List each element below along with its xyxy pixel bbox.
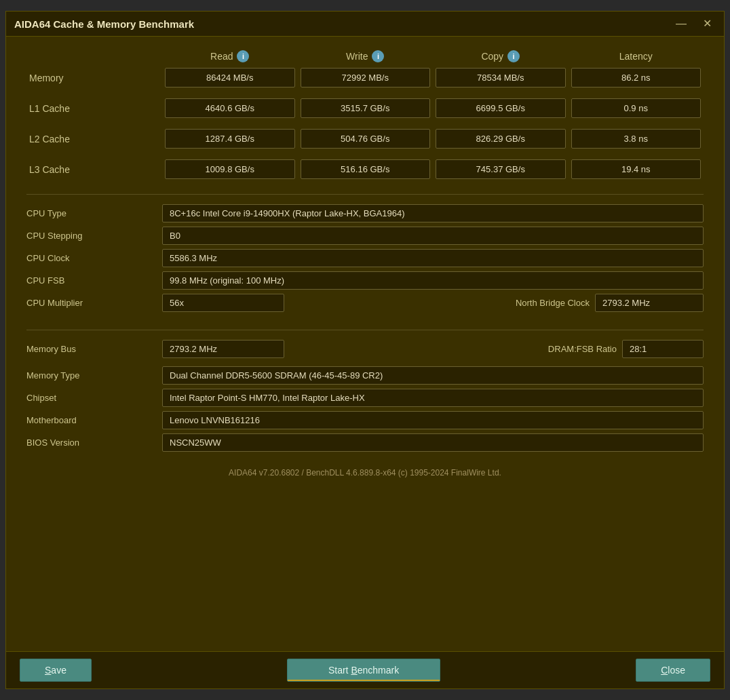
write-info-icon[interactable]: i xyxy=(372,50,384,62)
l3cache-label: L3 Cache xyxy=(26,164,162,175)
cpu-fsb-label: CPU FSB xyxy=(26,275,162,286)
cpu-multiplier-label: CPU Multiplier xyxy=(26,298,162,308)
memory-bus-value: 2793.2 MHz xyxy=(162,340,284,358)
memory-type-row: Memory Type Dual Channel DDR5-5600 SDRAM… xyxy=(26,366,704,385)
cpu-stepping-row: CPU Stepping B0 xyxy=(26,227,704,245)
cpu-info-section: CPU Type 8C+16c Intel Core i9-14900HX (R… xyxy=(26,204,704,316)
table-header: Read i Write i Copy i Latency xyxy=(26,50,704,62)
l2cache-write: 504.76 GB/s xyxy=(301,129,431,149)
memory-label: Memory xyxy=(26,73,162,83)
cpu-multiplier-value: 56x xyxy=(162,294,284,312)
memory-type-label: Memory Type xyxy=(26,370,162,381)
l2cache-latency: 3.8 ns xyxy=(571,129,702,149)
l3cache-latency: 19.4 ns xyxy=(571,159,702,179)
write-header: Write i xyxy=(298,50,434,62)
minimize-button[interactable]: — xyxy=(672,17,691,31)
dram-fsb-value: 28:1 xyxy=(622,340,704,358)
l1cache-latency: 0.9 ns xyxy=(571,98,702,118)
cpu-type-value: 8C+16c Intel Core i9-14900HX (Raptor Lak… xyxy=(162,204,704,222)
title-bar-controls: — ✕ xyxy=(672,17,716,31)
cpu-clock-label: CPU Clock xyxy=(26,253,162,263)
l1cache-read: 4640.6 GB/s xyxy=(165,98,295,118)
memory-latency: 86.2 ns xyxy=(571,68,702,88)
memory-bus-label: Memory Bus xyxy=(26,344,162,354)
footer-text: AIDA64 v7.20.6802 / BenchDLL 4.6.889.8-x… xyxy=(26,468,704,478)
start-label: Start Benchmark xyxy=(328,665,399,676)
l1cache-label: L1 Cache xyxy=(26,103,162,114)
memory-write: 72992 MB/s xyxy=(301,68,431,88)
write-label: Write xyxy=(346,51,368,62)
l1cache-write: 3515.7 GB/s xyxy=(301,98,431,118)
close-window-button[interactable]: ✕ xyxy=(699,17,716,31)
l1cache-row: L1 Cache 4640.6 GB/s 3515.7 GB/s 6699.5 … xyxy=(26,98,704,118)
bottom-bar: Save Start Benchmark Close xyxy=(6,651,724,688)
north-bridge-value: 2793.2 MHz xyxy=(595,294,704,312)
memory-info-section: Memory Bus 2793.2 MHz DRAM:FSB Ratio 28:… xyxy=(26,340,704,452)
l3cache-write: 516.16 GB/s xyxy=(301,159,431,179)
l2cache-label: L2 Cache xyxy=(26,134,162,144)
l3cache-row: L3 Cache 1009.8 GB/s 516.16 GB/s 745.37 … xyxy=(26,159,704,179)
latency-label: Latency xyxy=(619,51,653,62)
memory-read: 86424 MB/s xyxy=(165,68,295,88)
divider-1 xyxy=(26,194,704,195)
read-info-icon[interactable]: i xyxy=(237,50,249,62)
cpu-multiplier-row: CPU Multiplier 56x North Bridge Clock 27… xyxy=(26,294,704,312)
cpu-fsb-value: 99.8 MHz (original: 100 MHz) xyxy=(162,271,704,290)
motherboard-label: Motherboard xyxy=(26,415,162,425)
content-area: Read i Write i Copy i Latency Memory 864… xyxy=(6,37,724,651)
memory-bus-row: Memory Bus 2793.2 MHz DRAM:FSB Ratio 28:… xyxy=(26,340,704,358)
chipset-label: Chipset xyxy=(26,393,162,403)
chipset-value: Intel Raptor Point-S HM770, Intel Raptor… xyxy=(162,389,704,407)
l2cache-copy: 826.29 GB/s xyxy=(436,129,566,149)
window-title: AIDA64 Cache & Memory Benchmark xyxy=(14,18,194,30)
l2cache-read: 1287.4 GB/s xyxy=(165,129,295,149)
copy-label: Copy xyxy=(481,51,503,62)
cpu-fsb-row: CPU FSB 99.8 MHz (original: 100 MHz) xyxy=(26,271,704,290)
read-label: Read xyxy=(210,51,233,62)
cpu-clock-value: 5586.3 MHz xyxy=(162,249,704,267)
bios-label: BIOS Version xyxy=(26,438,162,448)
l3cache-copy: 745.37 GB/s xyxy=(436,159,566,179)
l2cache-row: L2 Cache 1287.4 GB/s 504.76 GB/s 826.29 … xyxy=(26,129,704,149)
save-underline: Save xyxy=(45,665,66,676)
motherboard-row: Motherboard Lenovo LNVNB161216 xyxy=(26,411,704,429)
chipset-row: Chipset Intel Raptor Point-S HM770, Inte… xyxy=(26,389,704,407)
cpu-clock-row: CPU Clock 5586.3 MHz xyxy=(26,249,704,267)
motherboard-value: Lenovo LNVNB161216 xyxy=(162,411,704,429)
latency-header: Latency xyxy=(569,51,704,62)
title-bar: AIDA64 Cache & Memory Benchmark — ✕ xyxy=(6,12,724,37)
cpu-type-row: CPU Type 8C+16c Intel Core i9-14900HX (R… xyxy=(26,204,704,222)
bios-value: NSCN25WW xyxy=(162,433,704,452)
north-bridge-label: North Bridge Clock xyxy=(446,298,595,308)
read-header: Read i xyxy=(162,50,298,62)
close-label: Close xyxy=(661,665,685,676)
cpu-type-label: CPU Type xyxy=(26,208,162,218)
cpu-stepping-label: CPU Stepping xyxy=(26,231,162,241)
main-window: AIDA64 Cache & Memory Benchmark — ✕ Read… xyxy=(5,11,725,689)
copy-header: Copy i xyxy=(433,50,569,62)
save-button[interactable]: Save xyxy=(20,659,92,682)
copy-info-icon[interactable]: i xyxy=(507,50,520,62)
bios-row: BIOS Version NSCN25WW xyxy=(26,433,704,452)
divider-2 xyxy=(26,330,704,330)
l1cache-copy: 6699.5 GB/s xyxy=(436,98,566,118)
memory-type-value: Dual Channel DDR5-5600 SDRAM (46-45-45-8… xyxy=(162,366,704,385)
close-button[interactable]: Close xyxy=(636,659,710,682)
dram-fsb-label: DRAM:FSB Ratio xyxy=(486,344,622,354)
cpu-stepping-value: B0 xyxy=(162,227,704,245)
start-benchmark-button[interactable]: Start Benchmark xyxy=(287,659,440,682)
l3cache-read: 1009.8 GB/s xyxy=(165,159,295,179)
memory-copy: 78534 MB/s xyxy=(436,68,566,88)
memory-row: Memory 86424 MB/s 72992 MB/s 78534 MB/s … xyxy=(26,68,704,88)
